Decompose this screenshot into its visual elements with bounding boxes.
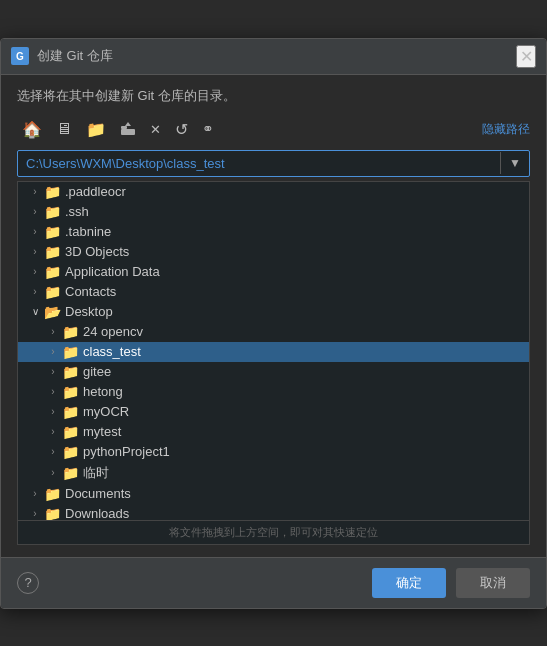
hide-path-button[interactable]: 隐藏路径 — [482, 121, 530, 138]
toggle-arrow: › — [44, 386, 62, 397]
dialog-title: 创建 Git 仓库 — [37, 47, 516, 65]
refresh-button[interactable]: ↺ — [170, 117, 193, 142]
folder-icon: 📁 — [62, 404, 79, 420]
tree-item-contacts[interactable]: › 📁 Contacts — [18, 282, 529, 302]
folder-icon: 📁 — [62, 324, 79, 340]
close-button[interactable]: ✕ — [516, 45, 536, 68]
drag-hint: 将文件拖拽到上方空间，即可对其快速定位 — [17, 521, 530, 545]
dialog: G 创建 Git 仓库 ✕ 选择将在其中创建新 Git 仓库的目录。 🏠 🖥 📁… — [0, 38, 547, 609]
item-label: 3D Objects — [65, 244, 129, 259]
item-label: .ssh — [65, 204, 89, 219]
icon-letter: G — [16, 51, 24, 62]
item-label: Downloads — [65, 506, 129, 521]
tree-item-appdata[interactable]: › 📁 Application Data — [18, 262, 529, 282]
titlebar: G 创建 Git 仓库 ✕ — [1, 39, 546, 75]
dialog-footer: ? 确定 取消 — [1, 557, 546, 608]
item-label: Application Data — [65, 264, 160, 279]
folder-icon: 📁 — [44, 204, 61, 220]
tree-item-downloads[interactable]: › 📁 Downloads — [18, 504, 529, 521]
item-label: pythonProject1 — [83, 444, 170, 459]
toggle-arrow: ∨ — [26, 306, 44, 317]
tree-item-hetong[interactable]: › 📁 hetong — [18, 382, 529, 402]
item-label: myOCR — [83, 404, 129, 419]
folder-icon: 📁 — [62, 344, 79, 360]
svg-rect-1 — [121, 126, 127, 129]
path-input[interactable] — [18, 151, 500, 176]
tree-item-ssh[interactable]: › 📁 .ssh — [18, 202, 529, 222]
toggle-arrow: › — [26, 226, 44, 237]
folder-icon: 📂 — [44, 304, 61, 320]
item-label: Contacts — [65, 284, 116, 299]
cancel-button[interactable]: 取消 — [456, 568, 530, 598]
item-label: Documents — [65, 486, 131, 501]
computer-button[interactable]: 🖥 — [51, 117, 77, 141]
folder-icon: 📁 — [44, 486, 61, 502]
tree-item-mytest[interactable]: › 📁 mytest — [18, 422, 529, 442]
footer-buttons: 确定 取消 — [372, 568, 530, 598]
help-button[interactable]: ? — [17, 572, 39, 594]
toggle-arrow: › — [44, 346, 62, 357]
dialog-subtitle: 选择将在其中创建新 Git 仓库的目录。 — [17, 87, 530, 105]
folder-icon: 📁 — [62, 444, 79, 460]
svg-rect-0 — [121, 129, 135, 135]
file-tree[interactable]: › 📁 .paddleocr › 📁 .ssh › 📁 .tabnine › 📁… — [17, 181, 530, 521]
tree-item-gitee[interactable]: › 📁 gitee — [18, 362, 529, 382]
toggle-arrow: › — [26, 266, 44, 277]
tree-item-tabnine[interactable]: › 📁 .tabnine — [18, 222, 529, 242]
folder-icon: 📁 — [44, 506, 61, 521]
delete-button[interactable]: ✕ — [145, 119, 166, 140]
tree-item-documents[interactable]: › 📁 Documents — [18, 484, 529, 504]
toggle-arrow: › — [44, 326, 62, 337]
app-icon: G — [11, 47, 29, 65]
toggle-arrow: › — [44, 446, 62, 457]
toggle-arrow: › — [26, 246, 44, 257]
dialog-body: 选择将在其中创建新 Git 仓库的目录。 🏠 🖥 📁 ✕ ↺ ⚭ 隐藏路径 ▼ — [1, 75, 546, 557]
toggle-arrow: › — [26, 286, 44, 297]
toolbar: 🏠 🖥 📁 ✕ ↺ ⚭ 隐藏路径 — [17, 117, 530, 142]
item-label: gitee — [83, 364, 111, 379]
toggle-arrow: › — [26, 488, 44, 499]
folder-icon: 📁 — [62, 465, 79, 481]
folder-up-button[interactable] — [115, 118, 141, 140]
link-button[interactable]: ⚭ — [197, 118, 219, 140]
tree-item-24opencv[interactable]: › 📁 24 opencv — [18, 322, 529, 342]
folder-icon: 📁 — [44, 184, 61, 200]
path-bar: ▼ — [17, 150, 530, 177]
folder-icon: 📁 — [62, 384, 79, 400]
item-label: hetong — [83, 384, 123, 399]
toggle-arrow: › — [44, 406, 62, 417]
toggle-arrow: › — [26, 186, 44, 197]
path-dropdown-button[interactable]: ▼ — [500, 152, 529, 174]
toggle-arrow: › — [26, 206, 44, 217]
folder-button[interactable]: 📁 — [81, 117, 111, 142]
tree-item-class-test[interactable]: › 📁 class_test — [18, 342, 529, 362]
folder-icon: 📁 — [44, 244, 61, 260]
folder-icon: 📁 — [44, 284, 61, 300]
tree-item-3dobjects[interactable]: › 📁 3D Objects — [18, 242, 529, 262]
folder-icon: 📁 — [62, 424, 79, 440]
item-label: mytest — [83, 424, 121, 439]
folder-icon: 📁 — [62, 364, 79, 380]
item-label: 临时 — [83, 464, 109, 482]
item-label: class_test — [83, 344, 141, 359]
tree-item-desktop[interactable]: ∨ 📂 Desktop — [18, 302, 529, 322]
toggle-arrow: › — [26, 508, 44, 519]
tree-item-linshi[interactable]: › 📁 临时 — [18, 462, 529, 484]
item-label: Desktop — [65, 304, 113, 319]
item-label: .paddleocr — [65, 184, 126, 199]
toggle-arrow: › — [44, 467, 62, 478]
tree-item-paddleocr[interactable]: › 📁 .paddleocr — [18, 182, 529, 202]
confirm-button[interactable]: 确定 — [372, 568, 446, 598]
item-label: .tabnine — [65, 224, 111, 239]
folder-icon: 📁 — [44, 224, 61, 240]
tree-item-pythonproject[interactable]: › 📁 pythonProject1 — [18, 442, 529, 462]
item-label: 24 opencv — [83, 324, 143, 339]
home-button[interactable]: 🏠 — [17, 117, 47, 142]
tree-item-myocr[interactable]: › 📁 myOCR — [18, 402, 529, 422]
folder-icon: 📁 — [44, 264, 61, 280]
toggle-arrow: › — [44, 366, 62, 377]
toggle-arrow: › — [44, 426, 62, 437]
